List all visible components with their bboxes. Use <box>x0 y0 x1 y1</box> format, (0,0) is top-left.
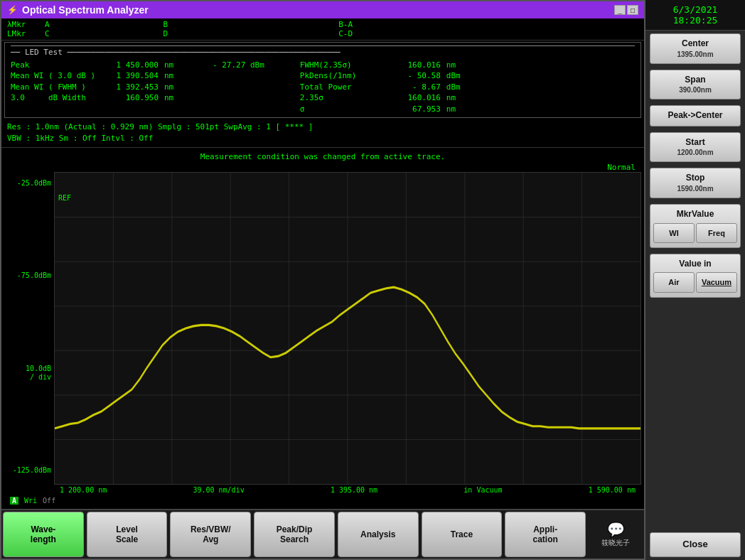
x-label-stop: 1 590.00 nm <box>589 486 636 494</box>
chart-container: Measurement condition was changed from a… <box>1 148 644 509</box>
meas-params: Res : 1.0nm (Actual : 0.929 nm) Smplg : … <box>1 119 644 148</box>
marker-col-3: B-A C-D <box>338 20 353 38</box>
date-display: 6/3/2021 <box>648 4 742 15</box>
mkr-value-wi[interactable]: WI <box>653 223 695 243</box>
stop-label: Stop <box>686 173 705 183</box>
nav-btn-trace[interactable]: Trace <box>422 512 503 557</box>
x-label-start: 1 200.00 nm <box>60 486 107 494</box>
nav-btn-res[interactable]: Res/VBW/Avg <box>170 512 251 557</box>
value-in-label: Value in <box>679 259 711 269</box>
y-label-top: -25.0dBm <box>7 179 51 187</box>
center-button[interactable]: Center 1395.00nm <box>650 33 741 64</box>
minimize-button[interactable]: _ <box>614 5 626 15</box>
ref-label: REF <box>58 194 71 202</box>
span-label: Span <box>685 75 705 85</box>
title-icon: ⚡ <box>7 5 18 15</box>
nav-btn-wavelength[interactable]: Wave-length <box>3 512 84 557</box>
meas-line2: VBW : 1kHz Sm : Off Intvl : Off <box>7 133 638 145</box>
time-display: 18:20:25 <box>648 15 742 26</box>
value-in-air[interactable]: Air <box>653 272 695 292</box>
chart-area: REF <box>54 172 641 485</box>
led-right: FWHM(2.35σ) 160.016 nm PkDens(/1nm) - 50… <box>300 60 475 114</box>
led-test-content: Peak 1 450.000 nm - 27.27 dBm Mean WI ( … <box>11 60 635 114</box>
value-in-vacuum[interactable]: Vacuum <box>696 272 737 292</box>
datetime-display: 6/3/2021 18:20:25 <box>645 0 745 31</box>
main-panel: ⚡ Optical Spectrum Analyzer _ □ λMkr A L… <box>0 0 645 560</box>
mkr-value-freq[interactable]: Freq <box>696 223 737 243</box>
start-value: 1200.00nm <box>653 148 737 157</box>
mkr-value-section: MkrValue WI Freq <box>650 204 741 248</box>
close-window-button[interactable]: □ <box>627 5 638 15</box>
led-row-total-power: Total Power - 8.67 dBm <box>300 82 475 92</box>
y-label-bot: -125.0dBm <box>7 466 51 474</box>
x-label-div: 39.00 nm/div <box>193 486 244 494</box>
nav-btn-level[interactable]: LevelScale <box>87 512 168 557</box>
x-label-vacuum: in Vacuum <box>463 486 502 494</box>
title-controls: _ □ <box>614 5 638 15</box>
meas-line1: Res : 1.0nm (Actual : 0.929 nm) Smplg : … <box>7 122 638 134</box>
value-in-section: Value in Air Vacuum <box>650 254 741 298</box>
wechat-name: 筱晓光子 <box>601 538 630 548</box>
chart-warning: Measurement condition was changed from a… <box>4 151 641 163</box>
y-axis-labels: -25.0dBm -75.0dBm 10.0dB/ div -125.0dBm <box>4 172 54 495</box>
center-label: Center <box>682 38 709 48</box>
wri-label: Wri <box>24 497 37 505</box>
led-test-title: ── LED Test ────────────────────────────… <box>11 45 635 57</box>
nav-btn-analysis[interactable]: Analysis <box>338 512 419 557</box>
span-button[interactable]: Span 390.00nm <box>650 70 741 100</box>
chart-wrapper: -25.0dBm -75.0dBm 10.0dB/ div -125.0dBm … <box>4 172 641 495</box>
bottom-status: A Wri Off <box>4 495 641 506</box>
center-value: 1395.00nm <box>653 50 737 59</box>
y-label-div: 10.0dB/ div <box>7 365 51 382</box>
peak-center-button[interactable]: Peak->Center <box>650 105 741 126</box>
stop-value: 1590.00nm <box>653 184 737 193</box>
nav-btn-appli[interactable]: Appli- cation <box>505 512 586 557</box>
peak-center-label: Peak->Center <box>668 110 722 120</box>
mkr-b-label: B <box>164 20 168 29</box>
close-button[interactable]: Close <box>650 532 741 557</box>
mkr-ba-label: B-A <box>338 20 353 29</box>
wechat-badge: 💬 筱晓光子 <box>587 518 644 551</box>
wechat-icon: 💬 <box>607 521 625 538</box>
led-row-sigma2: σ 67.953 nm <box>300 104 475 114</box>
led-row-3db: 3.0 dB Width 160.950 nm <box>11 92 264 103</box>
led-row-mean2: Mean WI ( FWHM ) 1 392.453 nm <box>11 82 264 92</box>
led-row-fwhm: FWHM(2.35σ) 160.016 nm <box>300 60 475 70</box>
marker-col-1: λMkr A LMkr C <box>7 20 50 38</box>
app-title: Optical Spectrum Analyzer <box>22 4 149 16</box>
trace-label-a: A <box>10 497 18 505</box>
chart-bottom-labels: 1 200.00 nm 39.00 nm/div 1 395.00 nm in … <box>54 485 641 495</box>
start-label: Start <box>685 137 704 147</box>
title-bar: ⚡ Optical Spectrum Analyzer _ □ <box>1 1 644 18</box>
chart-svg <box>55 173 641 484</box>
marker-area: λMkr A LMkr C B D B-A C-D <box>1 18 644 41</box>
led-row-mean1: Mean WI ( 3.0 dB ) 1 390.504 nm <box>11 70 264 81</box>
right-panel: 6/3/2021 18:20:25 Center 1395.00nm Span … <box>645 0 745 560</box>
nav-buttons: Wave-length LevelScale Res/VBW/Avg Peak/… <box>1 509 644 559</box>
x-label-center: 1 395.00 nm <box>331 486 377 494</box>
chart-normal: Normal <box>4 163 641 172</box>
lambda-mkr-label: λMkr A <box>7 20 50 29</box>
led-left: Peak 1 450.000 nm - 27.27 dBm Mean WI ( … <box>11 60 264 114</box>
mkr-d-label: D <box>164 29 168 38</box>
l-mkr-label: LMkr C <box>7 29 50 38</box>
mkr-value-label: MkrValue <box>677 209 714 219</box>
start-button[interactable]: Start 1200.00nm <box>650 132 741 163</box>
led-test-section: ── LED Test ────────────────────────────… <box>4 42 641 118</box>
led-row-peak: Peak 1 450.000 nm - 27.27 dBm <box>11 60 264 70</box>
y-label-mid: -75.0dBm <box>7 271 51 279</box>
mkr-cd-label: C-D <box>338 29 353 38</box>
nav-btn-peak[interactable]: Peak/DipSearch <box>254 512 335 557</box>
span-value: 390.00nm <box>653 85 737 95</box>
off-label: Off <box>43 497 55 505</box>
led-row-pkdens: PkDens(/1nm) - 50.58 dBm <box>300 70 475 81</box>
led-row-sigma1: 2.35σ 160.016 nm <box>300 92 475 103</box>
marker-col-2: B D <box>164 20 168 38</box>
title-bar-left: ⚡ Optical Spectrum Analyzer <box>7 4 149 16</box>
stop-button[interactable]: Stop 1590.00nm <box>650 168 741 198</box>
